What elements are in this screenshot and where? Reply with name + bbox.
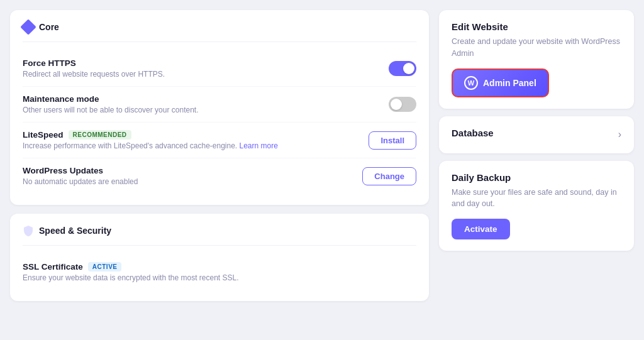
shield-icon	[23, 225, 34, 236]
speed-security-card: Speed & Security SSL Certificate ACTIVE …	[10, 214, 429, 301]
litespeed-badge: RECOMMENDED	[69, 130, 131, 140]
force-https-info: Force HTTPS Redirect all website request…	[23, 58, 389, 79]
daily-backup-title: Daily Backup	[452, 172, 621, 183]
litespeed-row: LiteSpeed RECOMMENDED Increase performan…	[23, 123, 416, 158]
maintenance-mode-toggle[interactable]	[389, 97, 416, 112]
litespeed-info: LiteSpeed RECOMMENDED Increase performan…	[23, 130, 369, 150]
ssl-certificate-info: SSL Certificate ACTIVE Ensure your websi…	[23, 262, 416, 282]
diamond-icon	[20, 19, 36, 35]
maintenance-mode-desc: Other users will not be able to discover…	[23, 106, 389, 114]
edit-website-desc: Create and update your website with Word…	[452, 36, 621, 60]
litespeed-install-button[interactable]: Install	[369, 131, 416, 150]
edit-website-title: Edit Website	[452, 21, 621, 32]
chevron-right-icon: ›	[618, 129, 621, 140]
database-card[interactable]: Database ›	[439, 116, 634, 153]
wordpress-updates-row: WordPress Updates No automatic updates a…	[23, 158, 416, 194]
daily-backup-desc: Make sure your files are safe and sound,…	[452, 187, 621, 211]
core-title-label: Core	[39, 22, 59, 32]
wordpress-updates-desc: No automatic updates are enabled	[23, 177, 362, 186]
force-https-toggle[interactable]	[389, 61, 416, 76]
speed-security-section-title: Speed & Security	[23, 225, 416, 246]
wordpress-icon: W	[464, 76, 478, 90]
admin-panel-label: Admin Panel	[483, 78, 536, 88]
force-https-thumb	[403, 63, 414, 74]
core-card: Core Force HTTPS Redirect all website re…	[10, 10, 429, 205]
litespeed-title: LiteSpeed RECOMMENDED	[23, 130, 369, 140]
ssl-active-badge: ACTIVE	[88, 262, 122, 271]
activate-button[interactable]: Activate	[452, 219, 510, 239]
maintenance-mode-title: Maintenance mode	[23, 94, 389, 104]
ssl-certificate-title: SSL Certificate ACTIVE	[23, 262, 416, 271]
speed-security-title-label: Speed & Security	[39, 226, 111, 236]
core-section-title: Core	[23, 21, 416, 42]
force-https-row: Force HTTPS Redirect all website request…	[23, 51, 416, 87]
force-https-desc: Redirect all website requests over HTTPS…	[23, 70, 389, 79]
maintenance-mode-row: Maintenance mode Other users will not be…	[23, 87, 416, 123]
edit-website-card: Edit Website Create and update your webs…	[439, 10, 634, 109]
wordpress-updates-title: WordPress Updates	[23, 166, 362, 175]
litespeed-learn-more[interactable]: Learn more	[240, 141, 278, 150]
wordpress-updates-info: WordPress Updates No automatic updates a…	[23, 166, 362, 186]
litespeed-desc: Increase performance with LiteSpeed's ad…	[23, 141, 369, 150]
ssl-certificate-desc: Ensure your website data is encrypted wi…	[23, 273, 416, 282]
maintenance-mode-thumb	[391, 99, 402, 110]
force-https-title: Force HTTPS	[23, 58, 389, 68]
daily-backup-card: Daily Backup Make sure your files are sa…	[439, 161, 634, 251]
database-title: Database	[452, 128, 494, 138]
wordpress-updates-change-button[interactable]: Change	[362, 167, 416, 185]
admin-panel-button[interactable]: W Admin Panel	[452, 69, 549, 97]
ssl-certificate-row: SSL Certificate ACTIVE Ensure your websi…	[23, 255, 416, 290]
maintenance-mode-info: Maintenance mode Other users will not be…	[23, 94, 389, 114]
